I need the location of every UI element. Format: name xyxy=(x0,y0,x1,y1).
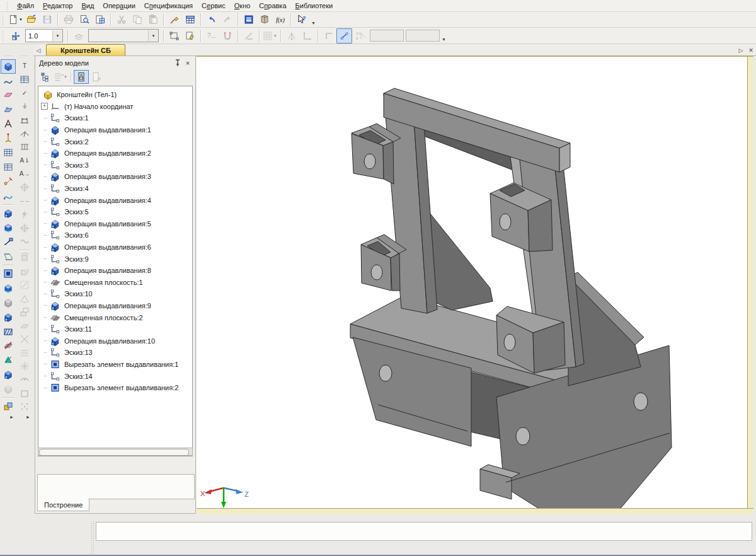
dimension-tool-button[interactable] xyxy=(17,113,32,126)
circle-axis-tool-button[interactable] xyxy=(17,181,32,194)
tree-item[interactable]: ┄Операция выдавливания:6 xyxy=(41,241,192,253)
spline-tool-button[interactable] xyxy=(1,74,16,88)
coord-x-field[interactable] xyxy=(370,30,404,42)
wave-tool-button[interactable] xyxy=(17,235,32,248)
model-canvas[interactable]: XZY xyxy=(197,57,753,514)
tree-item[interactable]: ┄Операция выдавливания:4 xyxy=(41,194,192,206)
shell-operation-button[interactable] xyxy=(1,310,16,324)
tree-expander-icon[interactable]: + xyxy=(41,103,48,110)
copy-button[interactable] xyxy=(129,12,145,27)
menu-Библиотеки[interactable]: Библиотеки xyxy=(291,1,338,11)
tab-construction[interactable]: Построение xyxy=(37,498,89,511)
edit-sketch-button[interactable] xyxy=(182,28,198,43)
specification-button[interactable] xyxy=(182,12,198,27)
sketch-frame-button[interactable] xyxy=(166,28,182,43)
cut-revolve-operation-button[interactable] xyxy=(1,281,16,296)
toolbar-overflow-icon[interactable]: ▼ xyxy=(311,21,316,27)
tree-structure-view-button[interactable] xyxy=(38,70,53,84)
center-tool-button[interactable] xyxy=(17,221,32,235)
library-manager-button[interactable] xyxy=(256,12,272,27)
tree-item[interactable]: ┄Эскиз:5 xyxy=(41,206,192,218)
box-tool-button[interactable] xyxy=(17,386,32,400)
insert-fragment-button[interactable] xyxy=(92,12,108,27)
tree-item[interactable]: ┄Операция выдавливания:3 xyxy=(41,171,192,183)
layers-combo[interactable]: ▼ xyxy=(88,29,159,42)
points-tool-button[interactable] xyxy=(17,400,32,414)
filter-tool-button[interactable] xyxy=(1,188,16,203)
undo-button[interactable] xyxy=(203,12,219,27)
ruler-tool-button[interactable] xyxy=(17,346,32,359)
tree-filter-button[interactable]: ▼ xyxy=(53,70,68,84)
sweep-operation-button[interactable] xyxy=(1,235,16,250)
ortho-drawing-button[interactable] xyxy=(241,28,256,43)
snaps-button[interactable] xyxy=(336,28,352,43)
base-symbol-tool-button[interactable]: ⏚ xyxy=(17,100,32,113)
grid-dropdown-icon[interactable]: ▼ xyxy=(273,34,277,38)
surface-patch-tool-button[interactable] xyxy=(1,102,16,117)
new-document-button[interactable]: ▼ xyxy=(8,12,23,27)
tree-item[interactable]: ┄Эскиз:4 xyxy=(41,183,192,195)
collect-components-button[interactable] xyxy=(17,306,32,319)
curve-dimension-tool-button[interactable] xyxy=(17,127,32,140)
round-operation-button[interactable] xyxy=(1,296,16,310)
document-tab-active[interactable]: Кронштейн СБ xyxy=(46,44,125,55)
tree-item[interactable]: ┄Эскиз:14 xyxy=(41,370,192,382)
document-close-icon[interactable]: × xyxy=(746,45,756,55)
tree-item[interactable]: ┄Операция выдавливания:9 xyxy=(41,300,192,312)
text-arrow-tool-button[interactable]: A→ xyxy=(17,167,32,180)
tree-additional-window-button[interactable] xyxy=(89,70,104,84)
tree-item[interactable]: ┄Операция выдавливания:1 xyxy=(41,124,192,136)
tree-item[interactable]: ┄Операция выдавливания:5 xyxy=(41,218,192,230)
angle-measure-button[interactable] xyxy=(17,292,32,305)
standard-toolbar-grip[interactable] xyxy=(2,14,4,25)
tree-item[interactable]: ┄Вырезать элемент выдавливания:1 xyxy=(41,359,192,371)
menu-Вид[interactable]: Вид xyxy=(77,1,98,11)
functions-button[interactable]: f(x) xyxy=(272,12,288,27)
menu-Сервис[interactable]: Сервис xyxy=(197,1,230,11)
model-viewport[interactable]: XZY xyxy=(197,55,753,514)
copy-properties-button[interactable] xyxy=(166,12,182,27)
dock-grip[interactable] xyxy=(20,55,29,57)
surface-tool-button[interactable] xyxy=(1,88,16,103)
scale-component-button[interactable] xyxy=(17,279,32,292)
dock-grip[interactable] xyxy=(4,55,13,57)
array-operation-button[interactable] xyxy=(1,368,16,382)
freeform-tool-button[interactable] xyxy=(17,373,32,386)
dash-tool-button[interactable]: ‒ ‒ xyxy=(17,194,32,207)
tree-item[interactable]: ┄Эскиз:3 xyxy=(41,159,192,171)
revolve-operation-button[interactable] xyxy=(1,221,16,235)
open-document-button[interactable] xyxy=(23,12,39,27)
spec-table-tool-button[interactable] xyxy=(1,146,16,160)
pin-icon[interactable] xyxy=(173,58,183,67)
hole-operation-button[interactable] xyxy=(1,324,16,339)
datum-check-tool-button[interactable]: ✓ xyxy=(17,86,32,100)
tab-scroll-left-icon[interactable]: ◁ xyxy=(33,45,43,55)
rib-operation-button[interactable] xyxy=(1,339,16,353)
measure-tool-button[interactable] xyxy=(1,117,16,131)
local-cs-button[interactable] xyxy=(284,28,299,43)
variables-button[interactable] xyxy=(241,12,256,27)
loft-operation-button[interactable] xyxy=(1,249,16,264)
crosshatch-button[interactable] xyxy=(17,332,32,345)
tree-item[interactable]: +(т) Начало координат xyxy=(41,101,192,113)
tree-item[interactable]: ┄Смещенная плоскость:1 xyxy=(41,277,192,289)
tree-item[interactable]: ┄Вырезать элемент выдавливания:2 xyxy=(41,382,192,394)
report-tool-button[interactable] xyxy=(1,160,16,175)
print-preview-button[interactable] xyxy=(76,12,92,27)
tree-item[interactable]: ┄Эскиз:13 xyxy=(41,347,192,359)
tree-horizontal-scrollbar[interactable] xyxy=(38,448,193,456)
tree-composition-button[interactable] xyxy=(74,70,89,84)
save-document-button[interactable] xyxy=(39,12,55,27)
cut-extrude-operation-button[interactable] xyxy=(1,267,16,281)
leader-tool-button[interactable]: A⇂ xyxy=(17,154,32,167)
text-tool-button[interactable]: T xyxy=(17,59,32,72)
menu-Справка[interactable]: Справка xyxy=(255,1,290,11)
menu-Операции[interactable]: Операции xyxy=(98,1,139,11)
extrude-operation-button[interactable] xyxy=(1,206,16,221)
tree-item[interactable]: ┄Эскиз:9 xyxy=(41,253,192,265)
verify-tool-button[interactable] xyxy=(1,174,16,188)
grid-button[interactable]: ▼ xyxy=(262,28,278,43)
tree-item[interactable]: Кронштейн (Тел-1) xyxy=(41,89,192,101)
move-component-button[interactable] xyxy=(17,252,32,265)
tree-filter-dropdown-icon[interactable]: ▼ xyxy=(64,75,67,79)
